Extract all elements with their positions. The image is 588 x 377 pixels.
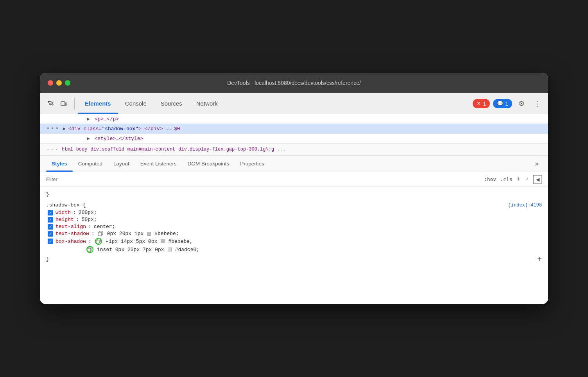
breadcrumb-dots: ··· [46,146,59,153]
error-badge[interactable]: ✕ 1 [473,99,490,108]
close-button[interactable] [48,80,53,86]
css-prop-box-shadow: box-shadow : -1px 14px 5px 0px #bebebe, [46,238,542,245]
svg-rect-1 [65,103,67,105]
add-property-button[interactable]: + [537,255,542,264]
color-swatch-box-shadow-1[interactable] [161,239,165,243]
tab-elements[interactable]: Elements [78,93,118,114]
breadcrumb-more[interactable]: ... [277,147,286,152]
toolbar-icon-group [45,98,75,110]
main-tabs: Elements Console Sources Network [78,93,473,114]
dom-row-style: ▶ <style>…</style> [40,134,548,143]
settings-icon[interactable]: ⚙ [515,97,528,110]
traffic-lights [48,80,70,86]
css-source[interactable]: (index):4198 [508,203,542,208]
more-icon[interactable]: ⋮ [531,97,543,110]
svg-rect-0 [61,102,65,106]
dom-row-div[interactable]: ••• ▶ <div class="shadow-box">…</div> ==… [40,124,548,134]
sidebar-expand-icon[interactable]: ◀ [533,175,542,184]
expand-arrow-2[interactable]: ▶ [63,126,66,132]
tab-console[interactable]: Console [118,93,154,114]
subtab-properties[interactable]: Properties [235,156,270,172]
subtab-computed[interactable]: Computed [73,156,108,172]
css-prop-text-align: text-align : center; [46,224,542,230]
breadcrumb-main[interactable]: main#main-content [127,147,175,152]
filter-bar: :hov .cls + ↗ ◀ [40,172,548,187]
minimize-button[interactable] [56,80,62,86]
css-brace-bottom: } + [46,255,542,264]
css-prop-height: height : 50px; [46,217,542,223]
css-brace-top: } [46,192,542,197]
css-prop-box-shadow-inset: inset 0px 20px 7px 0px #dadce0; [46,246,542,253]
inspect-icon[interactable] [45,98,56,110]
css-panel: } .shadow-box { (index):4198 width : 200… [40,187,548,304]
css-prop-text-shadow: text-shadow : 0px 20px 1px #bebebe; [46,231,542,237]
tab-network[interactable]: Network [189,93,225,114]
tab-sources[interactable]: Sources [154,93,189,114]
copy-icon-text-shadow[interactable] [98,231,104,237]
main-toolbar: Elements Console Sources Network ✕ 1 💬 1… [40,93,548,114]
css-checkbox-text-align[interactable] [48,224,53,230]
color-swatch-text-shadow[interactable] [147,232,151,236]
subtab-more-icon[interactable]: » [532,160,542,168]
css-checkbox-text-shadow[interactable] [48,231,53,237]
filter-input[interactable] [46,176,484,182]
error-count: 1 [483,101,486,107]
cls-button[interactable]: .cls [500,176,512,182]
titlebar: DevTools - localhost:8080/docs/devtools/… [40,73,548,93]
info-icon: 💬 [497,101,503,106]
info-badge[interactable]: 💬 1 [493,99,512,108]
subtab-dom-breakpoints[interactable]: DOM Breakpoints [182,156,235,172]
css-checkbox-box-shadow[interactable] [48,239,53,244]
expand-separator: ↗ [525,177,529,182]
css-rule-header: .shadow-box { (index):4198 [46,202,542,208]
dom-row-p: ▶ <p>…</p> [40,114,548,124]
devtools-window: DevTools - localhost:8080/docs/devtools/… [40,73,548,304]
dom-panel: ▶ <p>…</p> ••• ▶ <div class="shadow-box"… [40,114,548,144]
css-checkbox-height[interactable] [48,217,53,223]
toolbar-right: ✕ 1 💬 1 ⚙ ⋮ [473,97,543,110]
subtabs: Styles Computed Layout Event Listeners D… [40,156,548,172]
expand-arrow[interactable]: ▶ [87,116,90,122]
css-checkbox-width[interactable] [48,210,53,215]
css-prop-width: width : 200px; [46,210,542,215]
filter-right: :hov .cls + ↗ ◀ [484,175,542,184]
breadcrumb: ··· html body div.scaffold main#main-con… [40,144,548,156]
maximize-button[interactable] [65,80,70,86]
css-selector: .shadow-box { [46,202,86,208]
breadcrumb-body[interactable]: body [76,147,88,152]
hov-button[interactable]: :hov [484,176,496,182]
svg-rect-3 [98,232,102,236]
info-count: 1 [505,101,508,107]
breadcrumb-scaffold[interactable]: div.scaffold [90,147,124,152]
breadcrumb-html[interactable]: html [62,147,73,152]
svg-rect-5 [96,240,99,243]
window-title: DevTools - localhost:8080/docs/devtools/… [227,80,361,86]
subtab-layout[interactable]: Layout [108,156,135,172]
subtab-event-listeners[interactable]: Event Listeners [135,156,182,172]
color-swatch-box-shadow-2[interactable] [168,248,172,251]
expand-arrow-3[interactable]: ▶ [87,136,90,142]
device-icon[interactable] [58,98,70,110]
copy-icon-inset-highlight[interactable] [86,246,93,253]
error-x-icon: ✕ [477,101,481,106]
add-rule-button[interactable]: + [516,175,520,183]
subtab-styles[interactable]: Styles [46,156,73,172]
breadcrumb-div[interactable]: div.display-flex.gap-top-300.lg\:g [178,147,274,152]
copy-icon-box-shadow-highlight[interactable] [95,238,102,245]
dom-dots: ••• [46,125,60,132]
svg-rect-7 [88,248,91,251]
